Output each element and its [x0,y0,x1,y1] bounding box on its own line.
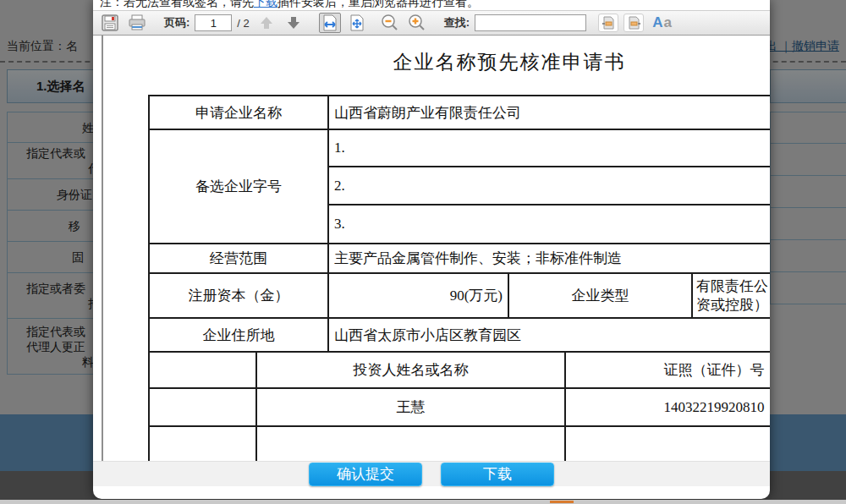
alt-name-2: 2. [329,167,770,205]
page-total: / 2 [237,17,249,30]
document-title: 企业名称预先核准申请书 [103,49,770,75]
find-input[interactable] [475,14,586,31]
page-number-label: 页码: [164,15,190,30]
match-case-toggle[interactable]: Aa [652,14,673,31]
alt-names-cells: 1. 2. 3. [329,130,770,243]
fit-page-icon[interactable] [346,13,368,33]
company-address-value: 山西省太原市小店区教育园区 [329,319,770,351]
plugin-note-area: 注：若无法查看或签名，请先下载插件安装后，重启浏览器再进行查看。 [93,0,770,10]
table-row: 申请企业名称 山西省蔚朗产业有限责任公司 [150,96,770,130]
investor-section-cell [150,389,257,425]
find-label: 查找: [444,15,470,30]
application-form-table: 申请企业名称 山西省蔚朗产业有限责任公司 备选企业字号 1. 2. 3. 经营范… [148,95,770,461]
investor-section-cell [150,427,257,461]
certificate-header: 证照（证件）号 [566,353,770,387]
fit-width-icon[interactable] [319,13,341,33]
save-icon[interactable] [100,14,120,32]
window-bottom-accent [550,501,574,503]
certificate-empty [566,427,770,461]
registered-capital-label: 注册资本（金） [150,274,329,317]
pdf-preview-dialog: 注：若无法查看或签名，请先下载插件安装后，重启浏览器再进行查看。 页码: [93,0,770,499]
company-type-value: 有限责任公 资或控股） [693,274,770,317]
business-scope-label: 经营范围 [150,244,329,272]
table-row [150,427,770,461]
table-row: 投资人姓名或名称 证照（证件）号 [150,353,770,389]
plugin-note: 注：若无法查看或签名，请先下载插件安装后，重启浏览器再进行查看。 [93,0,770,10]
table-row: 经营范围 主要产品金属管件制作、安装；非标准件制造 [150,244,770,274]
next-page-icon[interactable] [283,14,304,32]
registered-capital-value: 90(万元) [329,274,509,317]
investor-name-empty [257,427,566,461]
company-name-label: 申请企业名称 [150,96,329,129]
pdf-viewer-area[interactable]: 企业名称预先核准申请书 申请企业名称 山西省蔚朗产业有限责任公司 备选企业字号 … [93,36,770,461]
table-row: 注册资本（金） 90(万元) 企业类型 有限责任公 资或控股） [150,274,770,319]
table-row: 王慧 14032219920810 [150,389,770,427]
investor-section-cell [150,353,257,387]
company-type-label: 企业类型 [509,274,693,317]
document-page: 企业名称预先核准申请书 申请企业名称 山西省蔚朗产业有限责任公司 备选企业字号 … [102,36,770,461]
alt-names-label: 备选企业字号 [150,130,329,243]
find-next-icon[interactable] [624,14,644,32]
window-bottom-edge [0,500,846,504]
find-previous-icon[interactable] [598,14,618,32]
table-row: 备选企业字号 1. 2. 3. [150,130,770,244]
business-scope-value: 主要产品金属管件制作、安装；非标准件制造 [329,244,770,272]
company-name-value: 山西省蔚朗产业有限责任公司 [329,96,770,129]
investor-name-header: 投资人姓名或名称 [257,353,566,387]
page-number-input[interactable] [195,14,232,31]
download-button[interactable]: 下载 [441,463,554,486]
dialog-footer: 确认提交 下载 [93,461,770,486]
certificate-value: 14032219920810 [566,389,770,425]
previous-page-icon[interactable] [256,14,277,32]
alt-name-3: 3. [329,205,770,243]
table-row: 企业住所地 山西省太原市小店区教育园区 [150,319,770,353]
print-icon[interactable] [127,14,147,32]
confirm-submit-button[interactable]: 确认提交 [309,463,422,486]
zoom-in-icon[interactable] [407,14,427,32]
plugin-download-link[interactable]: 下载 [254,0,277,8]
pdf-toolbar: 页码: / 2 [93,10,770,36]
investor-name-value: 王慧 [257,389,566,425]
company-address-label: 企业住所地 [150,319,329,351]
zoom-out-icon[interactable] [380,14,400,32]
alt-name-1: 1. [329,130,770,167]
